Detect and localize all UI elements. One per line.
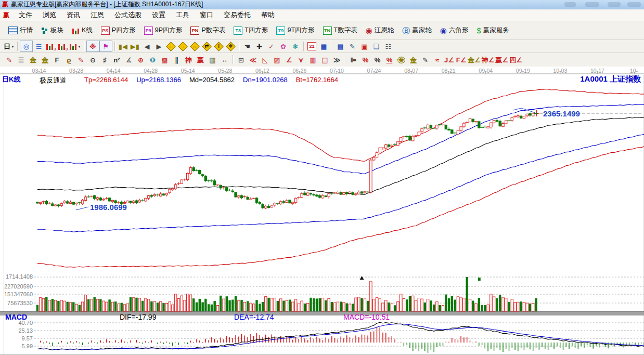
draw-tool-hatch-lines[interactable]: ☰ [15, 55, 27, 65]
draw-tool-percent-slash[interactable]: % [359, 55, 371, 65]
draw-tool-wave-a[interactable]: ≈ [431, 55, 443, 65]
tool-last-bar[interactable]: ▶▮ [129, 41, 141, 51]
toolbar-button-t-number[interactable]: TNT数字表 [319, 23, 362, 38]
toolbar-separator [114, 42, 115, 51]
tool-candles-9[interactable]: 9 [57, 41, 69, 51]
tool-calculator[interactable]: ▦ [318, 41, 330, 51]
draw-tool-web-teal[interactable]: ❂ [147, 55, 159, 65]
tool-dia-left[interactable]: ← [165, 41, 177, 51]
tool-info-board[interactable]: ☰ [33, 41, 45, 51]
tool-dia-right[interactable]: → [177, 41, 189, 51]
toolbar-button-t-square[interactable]: T3T四方形 [229, 23, 272, 38]
toolbar-button-hexagon[interactable]: ◉六角形 [436, 23, 473, 38]
toolbar-button-kline[interactable]: K线 [68, 23, 97, 38]
draw-tool-hatch-2[interactable]: ♯ [99, 55, 111, 65]
draw-tool-slash-lines[interactable]: ≫ [331, 55, 343, 65]
draw-tool-box-select[interactable]: ⊡ [235, 55, 247, 65]
tool-network[interactable]: ❏ [370, 41, 382, 51]
draw-tool-ruler-123[interactable]: ⊫ [347, 55, 359, 65]
draw-tool-ying-angle[interactable]: 赢∠ [495, 55, 509, 65]
draw-tool-angle-line[interactable]: ∠ [283, 55, 295, 65]
draw-tool-grid-123[interactable]: ▦ [207, 55, 218, 65]
menu-item-文件[interactable]: 文件 [14, 10, 37, 20]
tool-k-pattern[interactable]: ※ [86, 41, 99, 52]
draw-tool-ying-lines[interactable]: 赢 [195, 55, 207, 65]
draw-tool-fib-f[interactable]: F [51, 55, 63, 65]
tool-period-day[interactable]: 日▼ [3, 41, 15, 51]
toolbar-button-9p-square[interactable]: P99P四方形 [140, 23, 187, 38]
tool-dia-all[interactable]: ❖ [225, 41, 237, 51]
menu-item-设置[interactable]: 设置 [147, 10, 171, 20]
menu-item-公式选股[interactable]: 公式选股 [109, 10, 147, 20]
draw-tool-target-red[interactable]: ⊕ [135, 55, 147, 65]
draw-tool-pencil[interactable]: ✎ [3, 55, 15, 65]
tool-measure[interactable]: ✓ [265, 41, 277, 51]
draw-tool-span-arrow[interactable]: ↔ [218, 55, 230, 65]
tool-gann-flower[interactable]: ✿ [277, 41, 289, 51]
tool-color-flag[interactable]: ⚑ [99, 41, 112, 52]
tool-next-bar[interactable]: ▶ [153, 41, 165, 51]
tool-fractal[interactable]: ❃ [289, 41, 301, 51]
menu-item-窗口[interactable]: 窗口 [195, 10, 218, 20]
draw-tool-percent-under[interactable]: % [383, 55, 395, 65]
draw-tool-box-fan[interactable]: ▨ [271, 55, 283, 65]
macd-scale-label: 40.70 [0, 320, 33, 326]
draw-tool-angle-mirror[interactable]: ∡ [123, 55, 135, 65]
menu-item-工具[interactable]: 工具 [171, 10, 195, 20]
toolbar-button-p-square[interactable]: PSP四方形 [97, 23, 140, 38]
draw-tool-grid-red-2[interactable]: ▤ [319, 55, 331, 65]
draw-tool-gold-gate-2[interactable]: 金 [39, 55, 51, 65]
last-bar-icon: ▶▮ [131, 43, 139, 50]
menu-item-江恩[interactable]: 江恩 [85, 10, 109, 20]
tool-prev-bar[interactable]: ◀ [141, 41, 153, 51]
box-select-icon: ⊡ [238, 57, 244, 63]
toolbar-button-winner-wheel[interactable]: Ⓑ赢家轮 [398, 23, 436, 38]
tool-notes[interactable]: ✎ [346, 41, 358, 51]
tool-dia-center[interactable]: ✛ [213, 41, 225, 51]
draw-tool-parallel[interactable]: ∥ [171, 55, 183, 65]
tool-candle-style[interactable]: ▼ [69, 41, 82, 51]
draw-tool-grid-red[interactable]: ▦ [307, 55, 319, 65]
draw-tool-gold-angle[interactable]: 金∠ [467, 55, 481, 65]
tool-dia-h-expand[interactable]: ↔ [189, 41, 201, 51]
draw-tool-web-grid[interactable]: ▩ [159, 55, 171, 65]
draw-tool-brush-mark[interactable]: ✎ [419, 55, 431, 65]
tool-data-table[interactable]: ▤ [334, 41, 346, 51]
draw-tool-gold-gate-1[interactable]: 金 [27, 55, 39, 65]
draw-tool-circle-rule[interactable]: ⊖ [87, 55, 99, 65]
toolbar-button-gann-wheel[interactable]: ◉江恩轮 [362, 23, 398, 38]
tool-crosshair[interactable]: ✚ [253, 41, 265, 51]
tool-dia-h-shrink[interactable]: ⇄ [201, 41, 213, 51]
draw-tool-f-angle[interactable]: F∠ [455, 55, 467, 65]
tool-first-bar[interactable]: ▮◀ [117, 41, 129, 51]
tool-printer[interactable]: ☷ [382, 41, 394, 51]
draw-tool-gold-bars[interactable]: 金 [407, 55, 419, 65]
draw-tool-percent[interactable]: % [371, 55, 383, 65]
tool-save[interactable]: ▣ [358, 41, 370, 51]
toolbar-button-p-number[interactable]: PNP数字表 [186, 23, 229, 38]
menu-item-浏览[interactable]: 浏览 [37, 10, 61, 20]
draw-tool-shen-lines[interactable]: 神 [183, 55, 195, 65]
draw-tool-spiral[interactable]: ϱ [63, 55, 75, 65]
draw-tool-v-wave[interactable]: ⋎ [295, 55, 307, 65]
tool-calendar[interactable]: 21 [306, 41, 318, 51]
toolbar-button-quotes[interactable]: 行情 [4, 23, 37, 38]
draw-tool-n-squared[interactable]: n² [111, 55, 123, 65]
draw-tool-tri-fan[interactable]: ◺ [259, 55, 271, 65]
tool-candles-3[interactable]: 3 [45, 41, 57, 51]
tool-hand-tool[interactable]: ☚ [241, 41, 253, 51]
draw-tool-si-angle[interactable]: 四∠ [509, 55, 523, 65]
toolbar-button-9t-square[interactable]: T99T四方形 [272, 23, 318, 38]
draw-tool-j-angle[interactable]: J∠ [443, 55, 455, 65]
draw-tool-shen-angle[interactable]: 神∠ [481, 55, 495, 65]
menu-item-资讯[interactable]: 资讯 [61, 10, 85, 20]
menu-item-帮助[interactable]: 帮助 [256, 10, 280, 20]
angle-mirror-icon: ∡ [126, 57, 132, 63]
draw-tool-red-pencil[interactable]: ✎ [75, 55, 87, 65]
toolbar-button-winner-service[interactable]: $赢家服务 [472, 23, 513, 38]
tool-region-select[interactable]: ◎ [20, 41, 33, 52]
toolbar-button-sectors[interactable]: 板块 [37, 23, 68, 38]
menu-item-交易委托[interactable]: 交易委托 [218, 10, 256, 20]
draw-tool-fan-lines[interactable]: ≪ [247, 55, 259, 65]
draw-tool-gold-circle[interactable]: 金 [395, 55, 407, 65]
